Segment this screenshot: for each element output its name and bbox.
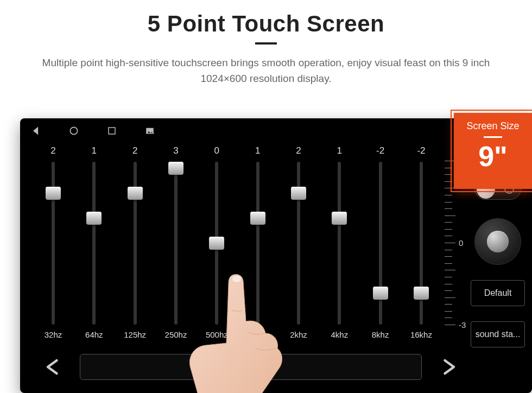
- eq-band-freq: 125hz: [124, 330, 146, 341]
- default-button[interactable]: Default: [471, 280, 525, 306]
- eq-band-value: -2: [417, 145, 425, 157]
- screen-size-badge: Screen Size 9": [454, 113, 532, 189]
- eq-slider-thumb[interactable]: [128, 187, 143, 200]
- eq-band-freq: 4khz: [331, 330, 348, 341]
- hero-subtitle: Multiple point high-sensitive touchscree…: [22, 55, 510, 86]
- eq-band-125hz: 2125hz: [118, 145, 152, 346]
- eq-slider-thumb[interactable]: [291, 187, 306, 200]
- scale-tick: [445, 208, 452, 209]
- scale-tick: [445, 311, 452, 312]
- eq-slider-thumb[interactable]: [332, 212, 347, 225]
- badge-divider: [484, 136, 502, 138]
- eq-slider[interactable]: [134, 162, 137, 325]
- eq-band-freq: 32hz: [45, 330, 62, 341]
- scale-tick: [445, 270, 455, 270]
- preset-current[interactable]: Jazz: [80, 354, 422, 380]
- preset-prev-button[interactable]: [36, 354, 69, 380]
- recent-icon[interactable]: [106, 125, 118, 137]
- svg-point-3: [148, 129, 149, 130]
- eq-band-value: 1: [337, 145, 342, 157]
- scale-tick: [445, 250, 452, 250]
- scale-label-mid: 0: [459, 238, 463, 248]
- scale-tick: [445, 174, 452, 175]
- eq-slider[interactable]: [92, 162, 96, 325]
- hero-title: 5 Point Touch Screen: [0, 11, 532, 37]
- eq-band-4khz: 14khz: [322, 145, 356, 346]
- scale-tick: [445, 277, 452, 277]
- svg-rect-1: [109, 128, 115, 134]
- eq-band-32hz: 232hz: [36, 145, 70, 346]
- scale-tick: [445, 297, 455, 298]
- home-icon[interactable]: [68, 125, 80, 137]
- eq-band-16khz: -216khz: [404, 145, 438, 346]
- eq-slider-thumb[interactable]: [209, 237, 224, 250]
- gallery-icon[interactable]: [144, 125, 156, 137]
- scale-tick: [445, 243, 455, 243]
- eq-slider-thumb[interactable]: [250, 212, 265, 225]
- eq-band-value: 2: [132, 145, 137, 157]
- scale-tick: [445, 181, 452, 182]
- equalizer-area: 232hz164hz2125hz3250hz0500hz11khz22khz14…: [36, 145, 438, 346]
- eq-band-250hz: 3250hz: [159, 145, 193, 346]
- eq-band-value: 2: [50, 145, 55, 157]
- svg-point-0: [70, 127, 77, 134]
- eq-slider[interactable]: [379, 162, 382, 325]
- eq-slider[interactable]: [297, 162, 300, 325]
- eq-band-freq: 250hz: [165, 330, 187, 341]
- eq-band-freq: 1khz: [249, 330, 267, 341]
- eq-band-2khz: 22khz: [282, 145, 315, 346]
- eq-band-1khz: 11khz: [241, 145, 275, 346]
- scale-tick: [445, 256, 452, 257]
- eq-slider[interactable]: [52, 162, 55, 325]
- eq-band-8khz: -28khz: [364, 145, 397, 346]
- scale-tick: [445, 263, 452, 264]
- eq-slider[interactable]: [256, 162, 259, 325]
- eq-band-freq: 500hz: [206, 330, 228, 341]
- eq-slider-thumb[interactable]: [168, 162, 183, 175]
- scale-tick: [445, 290, 452, 291]
- scale-tick: [445, 202, 452, 202]
- badge-value: 9": [456, 142, 530, 170]
- sound-stage-button[interactable]: sound sta...: [471, 321, 525, 347]
- scale-tick: [445, 222, 452, 223]
- eq-band-freq: 64hz: [85, 330, 103, 341]
- scale-tick: [445, 318, 452, 318]
- eq-slider-thumb[interactable]: [46, 187, 61, 200]
- eq-band-value: 3: [173, 145, 178, 157]
- eq-slider-thumb[interactable]: [86, 212, 102, 225]
- scale-tick: [445, 304, 452, 305]
- eq-slider[interactable]: [174, 162, 178, 325]
- scale-tick: [445, 215, 455, 216]
- scale-tick: [445, 325, 455, 325]
- eq-slider-thumb[interactable]: [373, 287, 388, 300]
- eq-band-freq: 8khz: [372, 330, 389, 341]
- title-underline: [255, 42, 277, 45]
- eq-slider[interactable]: [338, 162, 341, 325]
- balance-knob-icon: [487, 231, 509, 252]
- eq-band-value: 2: [296, 145, 301, 157]
- eq-band-500hz: 0500hz: [200, 145, 233, 346]
- eq-slider-thumb[interactable]: [414, 287, 429, 300]
- eq-band-value: 1: [92, 145, 97, 157]
- scale-tick: [445, 229, 452, 230]
- eq-band-64hz: 164hz: [77, 145, 111, 346]
- scale-label-bot: -3: [459, 320, 466, 329]
- scale-tick: [445, 284, 452, 284]
- eq-band-value: 0: [214, 145, 219, 157]
- preset-row: Jazz: [36, 352, 465, 382]
- scale-tick: [445, 195, 452, 195]
- preset-next-button[interactable]: [433, 354, 465, 380]
- eq-band-freq: 16khz: [410, 330, 432, 341]
- eq-band-value: -2: [376, 145, 384, 157]
- eq-slider[interactable]: [215, 162, 218, 325]
- badge-label: Screen Size: [456, 121, 530, 132]
- eq-band-value: 1: [255, 145, 260, 157]
- scale-tick: [445, 168, 452, 168]
- scale-tick: [445, 236, 452, 236]
- eq-band-freq: 2khz: [290, 330, 307, 341]
- balance-button[interactable]: [474, 218, 521, 265]
- eq-slider[interactable]: [420, 162, 423, 325]
- back-icon[interactable]: [30, 125, 42, 137]
